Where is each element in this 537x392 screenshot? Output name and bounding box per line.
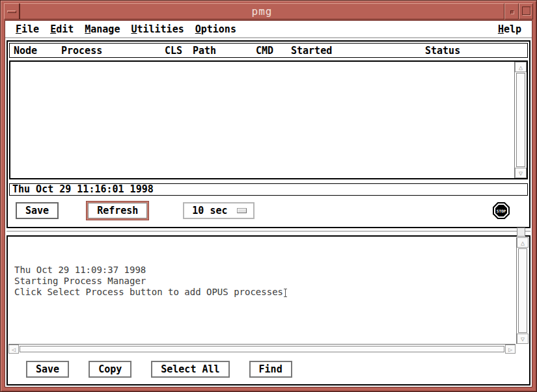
log-line: Click Select Process button to add OPUS … [14, 287, 516, 298]
save-button[interactable]: Save [16, 202, 59, 219]
process-table-header: NodeProcessCLSPathCMDStartedStatus [9, 43, 528, 58]
log-save-button[interactable]: Save [26, 361, 69, 378]
window-body: FileEditManageUtilitiesOptionsHelp NodeP… [5, 20, 532, 387]
text-cursor [285, 289, 286, 297]
scroll-down-icon[interactable]: ▽ [517, 333, 529, 344]
refresh-interval-select[interactable]: 10 sec [183, 202, 254, 219]
refresh-button[interactable]: Refresh [88, 203, 147, 218]
minimize-icon [510, 10, 514, 14]
column-header-cls: CLS [165, 45, 182, 57]
column-header-status: Status [425, 45, 460, 57]
window-menu-button[interactable] [4, 3, 20, 20]
column-header-started: Started [291, 45, 332, 57]
scroll-left-icon[interactable]: ◁ [8, 345, 19, 354]
column-header-node: Node [14, 45, 37, 57]
scroll-down-icon[interactable]: ▽ [515, 168, 527, 178]
refresh-timestamp: Thu Oct 29 11:16:01 1998 [9, 183, 528, 196]
window-title: pmg [20, 3, 504, 20]
column-header-cmd: CMD [256, 45, 273, 57]
separator-line [7, 231, 530, 232]
log-find-button[interactable]: Find [249, 361, 292, 378]
column-header-process: Process [61, 45, 102, 57]
process-controls: Save Refresh 10 sec STOP [9, 196, 528, 226]
pane-separator [7, 228, 530, 235]
content: NodeProcessCLSPathCMDStartedStatus △ ▽ T… [5, 38, 532, 387]
log-select-all-button[interactable]: Select All [151, 361, 229, 378]
menu-edit[interactable]: Edit [50, 23, 74, 35]
maximize-icon [522, 7, 530, 15]
log-vscrollbar[interactable]: △ ▽ [516, 237, 529, 344]
log-content[interactable]: Thu Oct 29 11:09:37 1998Starting Process… [8, 237, 516, 344]
maximize-button[interactable] [519, 3, 533, 20]
stop-sign[interactable]: STOP [493, 202, 510, 219]
minimize-button[interactable] [504, 3, 519, 20]
process-list-rows[interactable] [10, 62, 514, 178]
refresh-button-highlight: Refresh [86, 201, 149, 220]
window-menu-icon [7, 10, 16, 13]
log-line: Starting Process Manager [14, 276, 516, 287]
log-line: Thu Oct 29 11:09:37 1998 [14, 265, 516, 276]
menu-help[interactable]: Help [498, 23, 521, 35]
scroll-right-icon[interactable]: ▷ [505, 345, 516, 354]
log-copy-button[interactable]: Copy [89, 361, 131, 378]
column-header-path: Path [193, 45, 216, 57]
titlebar: pmg [4, 3, 533, 20]
pmg-window: pmg FileEditManageUtilitiesOptionsHelp N… [0, 0, 537, 392]
scroll-up-icon[interactable]: △ [515, 62, 527, 72]
option-menu-indicator-icon [237, 208, 247, 213]
menu-manage[interactable]: Manage [85, 23, 120, 35]
menu-options[interactable]: Options [195, 23, 236, 35]
log-vscroll-thumb[interactable] [518, 248, 527, 333]
process-pane: NodeProcessCLSPathCMDStartedStatus △ ▽ T… [7, 40, 530, 228]
log-text-area[interactable]: Thu Oct 29 11:09:37 1998Starting Process… [8, 237, 529, 354]
log-hscrollbar[interactable]: ◁ ▷ [8, 344, 516, 354]
sash-grip[interactable] [517, 228, 525, 237]
process-list[interactable]: △ ▽ [9, 60, 528, 179]
menubar: FileEditManageUtilitiesOptionsHelp [5, 21, 532, 38]
stop-icon: STOP [493, 202, 510, 219]
log-hscroll-thumb[interactable] [20, 346, 504, 352]
menu-file[interactable]: File [16, 23, 39, 35]
process-list-vscrollbar[interactable]: △ ▽ [514, 62, 527, 178]
menu-utilities[interactable]: Utilities [131, 23, 184, 35]
refresh-interval-value: 10 sec [192, 205, 227, 216]
scroll-up-icon[interactable]: △ [517, 237, 529, 248]
log-toolbar: Save Copy Select All Find [8, 354, 529, 384]
process-list-vscroll-thumb[interactable] [516, 73, 525, 167]
log-pane: Thu Oct 29 11:09:37 1998Starting Process… [7, 235, 530, 385]
